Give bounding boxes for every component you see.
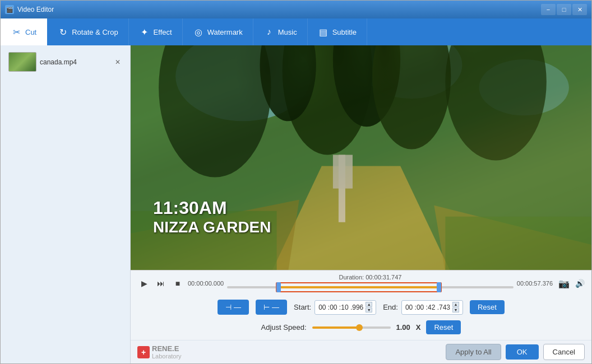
sidebar: canada.mp4 ✕	[1, 45, 131, 363]
speed-unit: X	[416, 323, 421, 332]
timeline-track[interactable]	[227, 282, 514, 293]
stop-button[interactable]: ■	[171, 277, 184, 290]
controls-area: ▶ ⏭ ■ 00:00:00.000 Duration: 00:00:31.74…	[131, 270, 591, 340]
speed-row: Adjust Speed: 1.00 X Reset	[137, 318, 585, 337]
effect-icon: ✦	[139, 26, 150, 38]
track-handle-right[interactable]	[437, 282, 441, 292]
cut-icon: ✂	[11, 26, 22, 38]
track-handle-left[interactable]	[276, 282, 281, 292]
tab-rotate-label: Rotate & Crop	[72, 28, 118, 36]
cut-start-icon: ⊣	[225, 303, 232, 311]
subtitle-icon: ▤	[318, 26, 329, 38]
logo-text-line2: Laboratory	[152, 353, 182, 360]
ok-button[interactable]: OK	[506, 344, 539, 360]
cut-end-button[interactable]: ⊢ —	[256, 300, 287, 315]
cut-controls-row: ⊣ — ⊢ — Start: 00 :00 :10 .996 ▲	[137, 296, 585, 318]
logo-icon: +	[137, 346, 150, 358]
logo-area: + RENE.E Laboratory	[137, 344, 182, 360]
cancel-button[interactable]: Cancel	[543, 344, 585, 360]
cut-reset-button[interactable]: Reset	[470, 300, 505, 314]
end-time-label: End:	[383, 303, 398, 311]
apply-to-all-button[interactable]: Apply to All	[446, 344, 501, 360]
logo-text: RENE.E Laboratory	[152, 344, 182, 360]
timeline-start-label: 00:00:00.000	[188, 280, 224, 287]
volume-button[interactable]: 🔊	[575, 279, 585, 288]
bottom-row: + RENE.E Laboratory Apply to All OK Canc…	[131, 340, 591, 363]
video-time-overlay: 11:30AM	[153, 198, 271, 218]
speed-value: 1.00	[396, 323, 410, 332]
title-bar: 🎬 Video Editor − □ ✕	[1, 1, 591, 18]
timeline-container: Duration: 00:00:31.747	[227, 274, 514, 293]
svg-rect-16	[333, 155, 353, 188]
end-time-down[interactable]: ▼	[452, 307, 459, 312]
end-time-up[interactable]: ▲	[452, 302, 459, 307]
tab-subtitle-label: Subtitle	[332, 28, 357, 36]
start-time-group: Start: 00 :00 :10 .996 ▲ ▼	[294, 300, 376, 315]
music-icon: ♪	[263, 26, 275, 38]
tab-music-label: Music	[278, 28, 297, 36]
tab-music[interactable]: ♪ Music	[253, 18, 308, 45]
window-title: Video Editor	[17, 6, 541, 13]
end-time-input[interactable]: 00 :00 :42 .743 ▲ ▼	[401, 300, 463, 315]
svg-rect-14	[445, 217, 591, 270]
tab-rotate-crop[interactable]: ↻ Rotate & Crop	[47, 18, 128, 45]
video-area: 11:30AM NIZZA GARDEN ▶ ⏭ ■ 00:00:00.000 …	[131, 45, 591, 363]
tab-effect-label: Effect	[154, 28, 172, 36]
tab-cut-label: Cut	[25, 28, 36, 36]
rotate-icon: ↻	[57, 26, 68, 38]
app-icon: 🎬	[5, 5, 14, 14]
timeline-end-label: 00:00:57.376	[517, 280, 553, 287]
start-time-label: Start:	[294, 303, 311, 311]
cut-start-button[interactable]: ⊣ —	[218, 300, 249, 315]
sidebar-item[interactable]: canada.mp4 ✕	[5, 50, 126, 74]
sidebar-filename: canada.mp4	[40, 58, 110, 66]
tab-watermark-label: Watermark	[207, 28, 243, 36]
start-time-spinner: ▲ ▼	[366, 302, 372, 312]
duration-label: Duration: 00:00:31.747	[227, 274, 514, 281]
cut-end-icon: ⊢	[263, 303, 270, 311]
start-time-up[interactable]: ▲	[366, 302, 372, 307]
window-controls: − □ ✕	[541, 4, 587, 15]
screenshot-button[interactable]: 📷	[556, 277, 572, 290]
tab-effect[interactable]: ✦ Effect	[129, 18, 183, 45]
tab-bar: ✂ Cut ↻ Rotate & Crop ✦ Effect ◎ Waterma…	[1, 18, 591, 45]
speed-reset-button[interactable]: Reset	[426, 320, 461, 334]
main-content: canada.mp4 ✕	[1, 45, 591, 363]
video-location-overlay: NIZZA GARDEN	[153, 218, 271, 236]
speed-slider[interactable]	[312, 326, 391, 329]
cut-start-label: —	[234, 303, 241, 311]
start-time-value: 00 :00 :10 .996	[318, 304, 366, 311]
watermark-icon: ◎	[193, 26, 204, 38]
minimize-button[interactable]: −	[541, 4, 556, 15]
video-overlay-text: 11:30AM NIZZA GARDEN	[153, 198, 271, 236]
tab-watermark[interactable]: ◎ Watermark	[183, 18, 253, 45]
tab-cut[interactable]: ✂ Cut	[1, 18, 47, 45]
play-button[interactable]: ▶	[137, 277, 151, 290]
window-close-button[interactable]: ✕	[572, 4, 587, 15]
tab-subtitle[interactable]: ▤ Subtitle	[308, 18, 367, 45]
start-time-input[interactable]: 00 :00 :10 .996 ▲ ▼	[314, 300, 376, 315]
logo-text-line1: RENE.E	[152, 344, 182, 353]
sidebar-close-button[interactable]: ✕	[113, 58, 122, 67]
cut-end-label: —	[272, 303, 279, 311]
video-thumbnail	[8, 52, 36, 72]
video-preview: 11:30AM NIZZA GARDEN	[131, 45, 591, 270]
video-editor-window: 🎬 Video Editor − □ ✕ ✂ Cut ↻ Rotate & Cr…	[0, 0, 592, 364]
end-time-group: End: 00 :00 :42 .743 ▲ ▼	[383, 300, 463, 315]
timeline-row: ▶ ⏭ ■ 00:00:00.000 Duration: 00:00:31.74…	[137, 274, 585, 293]
end-time-spinner: ▲ ▼	[452, 302, 459, 312]
maximize-button[interactable]: □	[557, 4, 571, 15]
track-selection-border	[276, 282, 442, 292]
start-time-down[interactable]: ▼	[366, 307, 372, 312]
play-next-button[interactable]: ⏭	[154, 277, 168, 290]
speed-label: Adjust Speed:	[261, 323, 307, 332]
end-time-value: 00 :00 :42 .743	[405, 304, 452, 311]
